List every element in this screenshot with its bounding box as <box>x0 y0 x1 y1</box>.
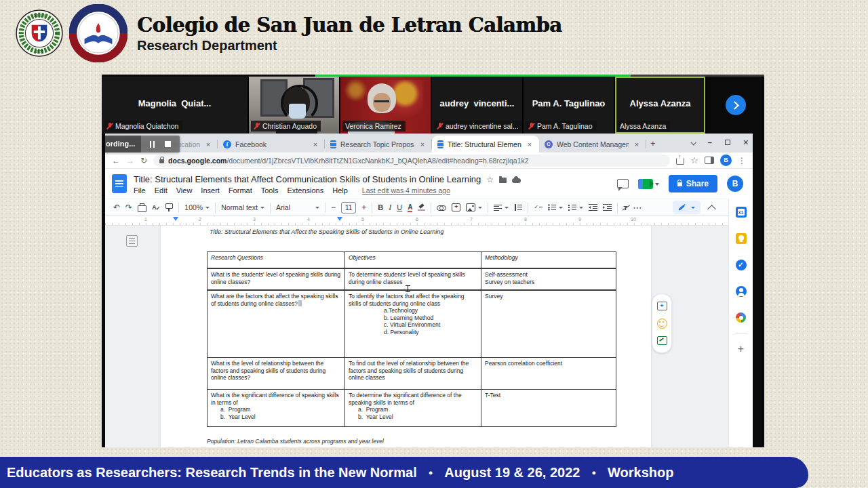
table-cell[interactable]: To find out the level of relationship be… <box>345 358 481 390</box>
close-tab-icon[interactable] <box>633 140 641 148</box>
open-comments-icon[interactable] <box>617 179 629 188</box>
close-tab-icon[interactable] <box>204 140 212 148</box>
decrease-indent-icon[interactable] <box>589 204 597 211</box>
add-comment-icon[interactable] <box>657 302 667 310</box>
table-cell[interactable]: To determine students' level of speaking… <box>345 268 481 290</box>
tab-search-chevron-icon[interactable] <box>691 139 695 146</box>
menu-view[interactable]: View <box>176 186 193 195</box>
line-spacing-icon[interactable] <box>514 204 522 211</box>
increase-font-size-button[interactable]: + <box>361 203 366 212</box>
tab-facebook[interactable]: f Facebook <box>218 136 325 152</box>
indent-marker[interactable] <box>173 217 178 221</box>
close-window-button[interactable] <box>743 138 749 147</box>
stop-recording-button[interactable] <box>165 141 171 147</box>
participant-tile-pam[interactable]: Pam A. Tagulinao Pam A. Tagulinao <box>524 77 614 134</box>
document-title[interactable]: Title: Structural Elements that Affect C… <box>134 174 481 184</box>
new-tab-button[interactable]: + <box>650 138 656 148</box>
keep-icon[interactable] <box>736 233 747 244</box>
increase-indent-icon[interactable] <box>603 204 612 211</box>
calendar-icon[interactable] <box>736 207 747 218</box>
insert-link-icon[interactable] <box>437 205 446 210</box>
insert-image-control[interactable] <box>466 203 482 211</box>
hide-menus-icon[interactable] <box>707 205 716 214</box>
participant-tile-veronica[interactable]: Veronica Ramirez <box>340 77 431 134</box>
font-select[interactable]: Arial <box>276 203 319 211</box>
bookmark-star-icon[interactable] <box>690 156 698 165</box>
editing-mode-control[interactable] <box>673 201 701 214</box>
bulleted-list-control[interactable] <box>548 204 563 211</box>
column-header[interactable]: Methodology <box>481 252 616 269</box>
table-cell[interactable]: What is the level of relationship betwee… <box>208 358 345 390</box>
participant-tile-audrey[interactable]: audrey vincenti... audrey vincentine sal… <box>432 77 522 134</box>
share-button[interactable]: Share <box>669 175 717 192</box>
text-color-button[interactable]: A <box>408 203 412 212</box>
indent-marker[interactable] <box>337 217 342 221</box>
table-cell[interactable]: To determine the significant difference … <box>345 390 481 427</box>
tasks-icon[interactable] <box>736 260 747 270</box>
side-panel-icon[interactable] <box>705 157 714 164</box>
bold-button[interactable]: B <box>378 204 383 211</box>
move-to-folder-icon[interactable] <box>499 178 507 183</box>
tab-structural-elements-active[interactable]: Title: Structural Elements tha <box>432 136 539 152</box>
show-outline-icon[interactable] <box>126 235 138 247</box>
google-docs-icon[interactable] <box>112 174 127 193</box>
italic-button[interactable]: I <box>389 203 391 211</box>
tab-research-proposal[interactable]: Research Topic Proposal_SEA <box>325 136 432 152</box>
contacts-icon[interactable] <box>736 286 747 297</box>
participant-tile-christian[interactable]: Christian Aguado <box>249 77 339 134</box>
redo-icon[interactable] <box>125 203 132 211</box>
participant-tile-magnolia[interactable]: Magnolia Quiat... Magnolia Quiatchon <box>102 77 248 134</box>
numbered-list-control[interactable] <box>568 204 583 211</box>
align-control[interactable] <box>494 204 509 211</box>
menu-extensions[interactable]: Extensions <box>287 186 323 195</box>
menu-tools[interactable]: Tools <box>261 186 279 195</box>
forward-button[interactable] <box>126 157 134 165</box>
minimize-window-button[interactable] <box>708 139 712 146</box>
table-cell[interactable]: What is the significant difference of sp… <box>208 390 345 427</box>
population-line[interactable]: Population: Letran Calamba students acro… <box>207 438 384 445</box>
document-heading[interactable]: Title: Structural Elements that Affect t… <box>210 228 443 235</box>
decrease-font-size-button[interactable]: − <box>331 203 336 212</box>
reload-button[interactable] <box>140 157 147 165</box>
tab-web-content-management[interactable]: C Web Content Management - <box>539 136 646 152</box>
clear-formatting-icon[interactable]: T <box>623 204 627 211</box>
back-button[interactable] <box>112 157 120 165</box>
browser-menu-icon[interactable] <box>738 157 746 165</box>
share-page-icon[interactable] <box>676 158 684 165</box>
close-tab-icon[interactable] <box>526 140 534 148</box>
spellcheck-icon[interactable]: A <box>152 203 160 211</box>
column-header[interactable]: Objectives <box>345 252 481 269</box>
font-size-field[interactable]: 11 <box>341 202 356 214</box>
paint-format-icon[interactable] <box>165 203 173 209</box>
table-cell[interactable]: Self-assessment Survey on teachers <box>481 268 616 290</box>
paragraph-style-select[interactable]: Normal text <box>221 203 264 211</box>
undo-icon[interactable] <box>113 203 120 211</box>
star-document-icon[interactable] <box>486 173 494 185</box>
print-icon[interactable] <box>138 205 146 212</box>
meet-presence-control[interactable] <box>638 179 659 189</box>
menu-file[interactable]: File <box>134 186 146 195</box>
menu-format[interactable]: Format <box>229 186 252 195</box>
add-comment-icon[interactable] <box>452 203 460 211</box>
table-cell[interactable]: T-Test <box>481 390 616 427</box>
menu-edit[interactable]: Edit <box>155 186 167 195</box>
browser-profile-avatar[interactable]: B <box>720 155 732 166</box>
checklist-icon[interactable] <box>534 204 542 211</box>
participant-tile-alyssa[interactable]: Alyssa Azanza Alyssa Azanza <box>615 77 705 134</box>
table-cell[interactable]: To identify the factors that affect the … <box>345 290 481 358</box>
emoji-reaction-icon[interactable] <box>657 319 667 329</box>
address-bar[interactable]: docs.google.com/document/d/1jZbrcsVTLVib… <box>153 155 670 167</box>
suggest-edits-icon[interactable] <box>657 336 667 345</box>
next-participants-button[interactable] <box>726 95 746 115</box>
menu-insert[interactable]: Insert <box>201 186 220 195</box>
menu-help[interactable]: Help <box>332 186 348 195</box>
docs-account-avatar[interactable]: B <box>727 176 743 192</box>
column-header[interactable]: Research Questions <box>208 252 345 269</box>
last-edit-link[interactable]: Last edit was 4 minutes ago <box>362 186 450 195</box>
add-addon-button[interactable]: + <box>738 344 744 354</box>
close-tab-icon[interactable] <box>418 140 427 148</box>
highlight-color-icon[interactable] <box>418 204 425 211</box>
table-cell[interactable]: Pearson correlation coefficient <box>481 358 616 390</box>
table-cell[interactable]: What is the students' level of speaking … <box>208 268 345 290</box>
document-page[interactable]: Title: Structural Elements that Affect t… <box>161 226 651 447</box>
